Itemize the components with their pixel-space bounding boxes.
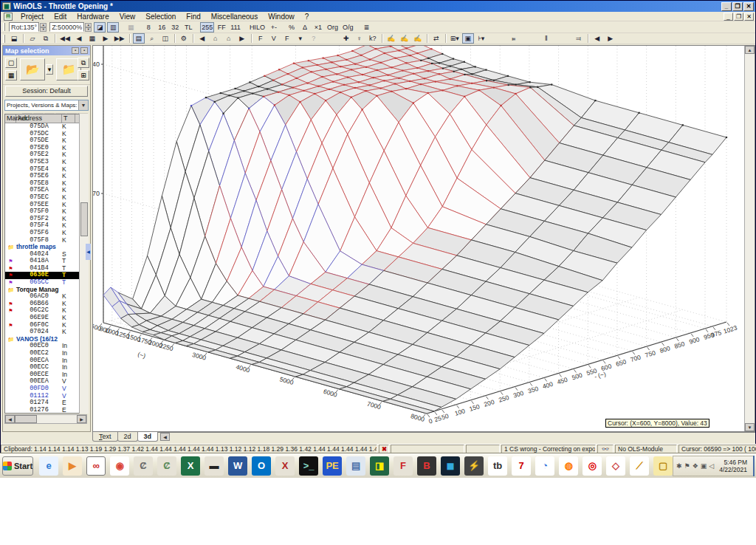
restore-button[interactable]: ❐ [732, 2, 743, 11]
pause-cols-icon[interactable]: ‖ [540, 33, 552, 44]
zoom-select-icon[interactable]: ⊞▾ [449, 33, 461, 44]
toolbar-grip2[interactable] [3, 35, 5, 43]
open-project-icon[interactable]: 📂 [20, 58, 45, 80]
map-edit-2-icon[interactable]: ✍ [399, 33, 410, 44]
tray-update-icon[interactable]: ❖ [693, 462, 698, 470]
panel-close-icon[interactable]: ▪ [80, 47, 88, 54]
taskbar-tb-app-icon[interactable]: tb [488, 456, 507, 476]
tab-2d[interactable]: 2d [117, 432, 138, 442]
column-header-address[interactable]: Address [16, 114, 62, 123]
taskbar-capture-tool-1-icon[interactable]: Ȼ [134, 456, 153, 476]
panel-title-bar[interactable]: Map selection ▪ ▪ [3, 46, 90, 55]
last-map-icon[interactable]: ▶▶ [113, 33, 126, 44]
tab-scroll-left-icon[interactable]: ◀ [160, 433, 170, 441]
open-dropdown-icon[interactable]: ▾ [46, 64, 53, 75]
menu-edit[interactable]: Edit [49, 13, 72, 21]
taskbar-chrome-icon[interactable]: ◉ [110, 456, 129, 476]
tray-flag-icon[interactable]: ⚑ [684, 462, 690, 470]
hscroll-left-icon[interactable]: ◀ [5, 415, 15, 423]
save-icon[interactable]: ▦ [5, 70, 17, 80]
percent-view-icon[interactable]: % [286, 22, 298, 32]
menu-project[interactable]: Project [16, 13, 49, 21]
first-map-icon[interactable]: ◀◀ [58, 33, 72, 44]
menu-find[interactable]: Find [181, 13, 205, 21]
chart-scroll-up-icon[interactable]: ▲ [745, 46, 755, 54]
taskbar-boot-tool-icon[interactable]: B [417, 456, 436, 476]
original-view-icon[interactable]: Org [326, 22, 340, 32]
menu-hardware[interactable]: Hardware [72, 13, 114, 21]
rotation-spinner[interactable]: Rot:135° ▲▼ [9, 22, 47, 32]
taskbar-file-explorer-icon[interactable]: ▢ [653, 456, 673, 476]
taskbar-excel-icon[interactable]: X [181, 456, 200, 476]
color-fill-icon[interactable]: ▣ [462, 33, 474, 44]
align-cols-icon[interactable]: ⫢ [508, 33, 520, 44]
chart-scroll-down-icon[interactable]: ▼ [745, 423, 755, 431]
copy-doc-icon[interactable]: ⧉ [78, 58, 89, 68]
hilo-order-icon[interactable]: HILO [248, 22, 267, 32]
child-close-button[interactable]: ✕ [744, 13, 754, 21]
taskbar-eeprom-chip-icon[interactable]: ▬ [205, 456, 224, 476]
close-button[interactable]: ✕ [743, 2, 754, 11]
nav-left-icon[interactable]: ◀ [591, 33, 603, 44]
hex-view-icon[interactable]: FF [216, 22, 227, 32]
map-3d-view[interactable]: 7014060080010001250150017502000225030004… [92, 45, 755, 432]
func-f-icon[interactable]: F [255, 33, 267, 44]
hscroll-right-icon[interactable]: ▶ [77, 415, 86, 423]
taskbar-calculator-icon[interactable]: ▤ [346, 456, 365, 476]
factor-view-icon[interactable]: ×1 [312, 22, 324, 32]
tab-3d[interactable]: 3d [137, 432, 159, 442]
help-what-icon[interactable]: ? [308, 33, 320, 44]
binary-view-icon[interactable]: 111 [229, 22, 242, 32]
toolbar-grip[interactable] [3, 23, 5, 31]
document-icon[interactable]: ▤ [4, 13, 13, 21]
org-compare-icon[interactable]: O/g [341, 22, 355, 32]
map-list-hscrollbar[interactable]: ◀ ▶ [4, 414, 87, 424]
forward-icon[interactable]: ▶ [236, 33, 248, 44]
map-edit-3-icon[interactable]: ✍ [412, 33, 424, 44]
taskbar-media-player-icon[interactable]: ▶ [63, 456, 82, 476]
tab-text[interactable]: Text [92, 432, 118, 442]
width-16bit-icon[interactable]: 16 [156, 22, 168, 32]
color-scale-icon[interactable]: ≣ [360, 22, 372, 32]
column-header-marker[interactable]: Marker [5, 114, 16, 123]
signature-add-icon[interactable]: ✚ [340, 33, 352, 44]
map-grid-icon[interactable]: ▦ [86, 33, 98, 44]
checksum-icon[interactable]: ⚙ [178, 33, 190, 44]
dropdown-icon[interactable]: ▾ [295, 33, 306, 44]
taskbar-outlook-icon[interactable]: O [252, 456, 271, 476]
delta-view-icon[interactable]: Δ [299, 22, 311, 32]
taskbar-winols-tile-icon[interactable]: ◨ [370, 456, 389, 476]
signed-toggle-icon[interactable]: +- [268, 22, 280, 32]
swap-versions-icon[interactable]: ⇄ [430, 33, 442, 44]
taskbar-dyno-app-icon[interactable]: ⚡ [464, 456, 484, 476]
start-button[interactable]: Start [2, 456, 33, 476]
taskbar-flasher-icon[interactable]: F [394, 456, 413, 476]
tray-pin-icon[interactable]: ✱ [676, 462, 682, 470]
zoom-spinner[interactable]: Z:50000% ▲▼ [49, 22, 92, 32]
help-cursor-icon[interactable]: k? [367, 33, 379, 44]
map-list-vscrollbar[interactable] [79, 114, 89, 414]
nav-right-icon[interactable]: ▶ [605, 33, 616, 44]
rotation-value[interactable]: Rot:135° [9, 22, 39, 32]
taskbar-terminal-icon[interactable]: >_ [299, 456, 318, 476]
align-right-icon[interactable]: ⫤ [573, 33, 585, 44]
taskbar-capture-tool-2-icon[interactable]: Ȼ [157, 456, 176, 476]
table-view-icon[interactable]: ▦ [125, 22, 137, 32]
show-desktop-button[interactable] [753, 456, 755, 476]
add-doc-icon[interactable]: ⊞ [78, 70, 89, 80]
taskbar-avast-icon[interactable]: ◍ [559, 456, 578, 476]
new-window-icon[interactable]: ▱ [27, 33, 38, 44]
taskbar-g-target-icon[interactable]: ◎ [583, 456, 602, 476]
zoom-value[interactable]: Z:50000% [49, 22, 84, 32]
menu-selection[interactable]: Selection [140, 13, 181, 21]
minimize-button[interactable]: _ [721, 2, 732, 11]
taskbar-pe-explorer-icon[interactable]: PE [323, 456, 342, 476]
map-list[interactable]: MarkerAddressT 075DAK075DCK075DEK075E0K0… [4, 114, 87, 414]
width-8bit-icon[interactable]: 8 [142, 22, 154, 32]
hscroll-thumb[interactable] [15, 415, 37, 423]
panel-pin-icon[interactable]: ▪ [72, 47, 79, 54]
import-maps-icon[interactable]: ◫ [159, 33, 171, 44]
child-minimize-button[interactable]: _ [724, 13, 733, 21]
taskbar-internet-explorer-icon[interactable]: e [39, 456, 58, 476]
folder-up-icon[interactable]: ⌂ [210, 33, 221, 44]
